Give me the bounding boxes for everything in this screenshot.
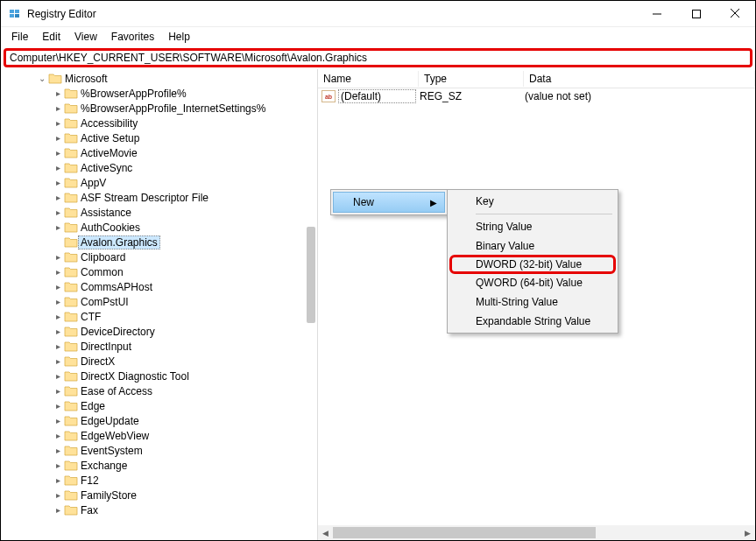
chevron-right-icon[interactable]: ▸ (52, 296, 64, 308)
chevron-right-icon[interactable]: ▸ (52, 326, 64, 338)
chevron-right-icon[interactable]: ▸ (52, 88, 64, 100)
chevron-right-icon[interactable]: ▸ (52, 415, 64, 427)
tree-node[interactable]: ▸Ease of Access (1, 383, 317, 398)
submenu-binary[interactable]: Binary Value (449, 236, 616, 256)
maximize-button[interactable] (676, 1, 716, 26)
horizontal-scrollbar[interactable]: ◀ ▶ (318, 525, 755, 540)
folder-icon (48, 73, 62, 85)
tree-label: Fax (78, 504, 101, 516)
tree-node[interactable]: ▸Accessibility (1, 116, 317, 130)
chevron-right-icon[interactable]: ▸ (52, 370, 64, 383)
tree-node[interactable]: ▸ComPstUI (1, 294, 317, 309)
chevron-right-icon[interactable]: ▸ (52, 311, 64, 323)
tree-pane[interactable]: ⌄Microsoft▸%BrowserAppProfile%▸%BrowserA… (1, 69, 318, 540)
folder-icon (64, 251, 78, 263)
tree-node[interactable]: ▸Avalon.Graphics (1, 235, 317, 249)
tree-node[interactable]: ▸FamilyStore (1, 488, 317, 502)
tree-node[interactable]: ▸ActiveMovie (1, 145, 317, 160)
chevron-right-icon[interactable]: ▸ (52, 221, 64, 234)
tree-label: Edge (78, 400, 108, 412)
chevron-right-icon[interactable]: ▸ (52, 355, 64, 368)
tree-node[interactable]: ▸EventSystem (1, 443, 317, 458)
list-row[interactable]: ab (Default) REG_SZ (value not set) (318, 88, 755, 104)
tree-node[interactable]: ▸Common (1, 264, 317, 279)
menu-favorites[interactable]: Favorites (104, 29, 161, 45)
submenu-multi[interactable]: Multi-String Value (449, 292, 616, 312)
hscroll-thumb[interactable] (333, 527, 596, 538)
tree-scrollbar-thumb[interactable] (307, 227, 315, 323)
chevron-right-icon[interactable]: ▸ (52, 281, 64, 293)
tree-node[interactable]: ▸Assistance (1, 205, 317, 220)
tree-node[interactable]: ▸%BrowserAppProfile% (1, 86, 317, 101)
svg-rect-0 (10, 10, 14, 13)
menu-file[interactable]: File (4, 29, 35, 45)
tree-node[interactable]: ▸EdgeWebView (1, 428, 317, 443)
chevron-right-icon[interactable]: ▸ (52, 266, 64, 278)
tree-node[interactable]: ▸DirectX Diagnostic Tool (1, 369, 317, 383)
tree-node[interactable]: ▸Active Setup (1, 130, 317, 145)
chevron-right-icon[interactable]: ▸ (52, 489, 64, 502)
tree-node[interactable]: ▸F12 (1, 473, 317, 488)
chevron-right-icon[interactable]: ▸ (52, 474, 64, 487)
menu-view[interactable]: View (67, 29, 104, 45)
chevron-right-icon[interactable]: ▸ (52, 430, 64, 442)
context-menu-new[interactable]: New ▶ (333, 192, 445, 213)
tree-node[interactable]: ▸DeviceDirectory (1, 324, 317, 339)
chevron-right-icon[interactable]: ▸ (52, 192, 64, 204)
submenu-dword[interactable]: DWORD (32-bit) Value (449, 255, 616, 274)
chevron-right-icon[interactable]: ▸ (52, 400, 64, 412)
tree-node[interactable]: ▸ASF Stream Descriptor File (1, 190, 317, 205)
tree-node[interactable]: ▸DirectInput (1, 339, 317, 354)
list-header: Name Type Data (318, 69, 755, 88)
submenu-qword[interactable]: QWORD (64-bit) Value (449, 273, 616, 292)
tree-node[interactable]: ▸AuthCookies (1, 220, 317, 235)
folder-icon (64, 117, 78, 130)
tree-node-parent[interactable]: ⌄Microsoft (1, 71, 317, 86)
tree-node[interactable]: ▸Clipboard (1, 249, 317, 264)
tree-node[interactable]: ▸CTF (1, 309, 317, 324)
submenu-key[interactable]: Key (449, 192, 616, 211)
tree-node[interactable]: ▸EdgeUpdate (1, 413, 317, 428)
tree-label: EdgeWebView (78, 430, 152, 442)
submenu-string[interactable]: String Value (449, 217, 616, 236)
chevron-down-icon[interactable]: ⌄ (36, 73, 48, 85)
tree-node[interactable]: ▸DirectX (1, 354, 317, 369)
chevron-right-icon[interactable]: ▸ (52, 251, 64, 263)
tree-node[interactable]: ▸Edge (1, 398, 317, 413)
chevron-right-icon[interactable]: ▸ (52, 117, 64, 130)
close-button[interactable] (716, 1, 755, 26)
tree-label: CommsAPHost (78, 281, 155, 293)
content-area: ⌄Microsoft▸%BrowserAppProfile%▸%BrowserA… (1, 69, 755, 540)
folder-icon (64, 147, 78, 159)
address-input[interactable]: Computer\HKEY_CURRENT_USER\SOFTWARE\Micr… (4, 48, 752, 67)
tree-node[interactable]: ▸ActiveSync (1, 160, 317, 175)
tree-node[interactable]: ▸CommsAPHost (1, 279, 317, 294)
chevron-right-icon[interactable]: ▸ (52, 177, 64, 189)
column-header-type[interactable]: Type (419, 71, 524, 87)
chevron-right-icon[interactable]: ▸ (52, 102, 64, 115)
chevron-right-icon[interactable]: ▸ (52, 162, 64, 174)
chevron-right-icon[interactable]: ▸ (52, 385, 64, 397)
tree-label: EventSystem (78, 445, 145, 457)
column-header-name[interactable]: Name (318, 71, 419, 87)
chevron-right-icon[interactable]: ▸ (52, 147, 64, 159)
chevron-right-icon[interactable]: ▸ (52, 504, 64, 516)
tree-node[interactable]: ▸Fax (1, 502, 317, 517)
chevron-right-icon[interactable]: ▸ (52, 445, 64, 457)
menu-edit[interactable]: Edit (35, 29, 67, 45)
chevron-right-icon[interactable]: ▸ (52, 341, 64, 353)
folder-icon (64, 385, 78, 397)
tree-node[interactable]: ▸AppV (1, 175, 317, 190)
scroll-left-button[interactable]: ◀ (318, 525, 333, 540)
chevron-right-icon[interactable]: ▸ (52, 207, 64, 219)
value-name[interactable]: (Default) (338, 89, 416, 103)
scroll-right-button[interactable]: ▶ (740, 525, 755, 540)
chevron-right-icon[interactable]: ▸ (52, 132, 64, 144)
chevron-right-icon[interactable]: ▸ (52, 460, 64, 472)
tree-node[interactable]: ▸Exchange (1, 458, 317, 473)
minimize-button[interactable] (637, 1, 676, 26)
submenu-expand[interactable]: Expandable String Value (449, 312, 616, 331)
tree-node[interactable]: ▸%BrowserAppProfile_InternetSettings% (1, 101, 317, 116)
column-header-data[interactable]: Data (524, 71, 755, 87)
menu-help[interactable]: Help (161, 29, 197, 45)
